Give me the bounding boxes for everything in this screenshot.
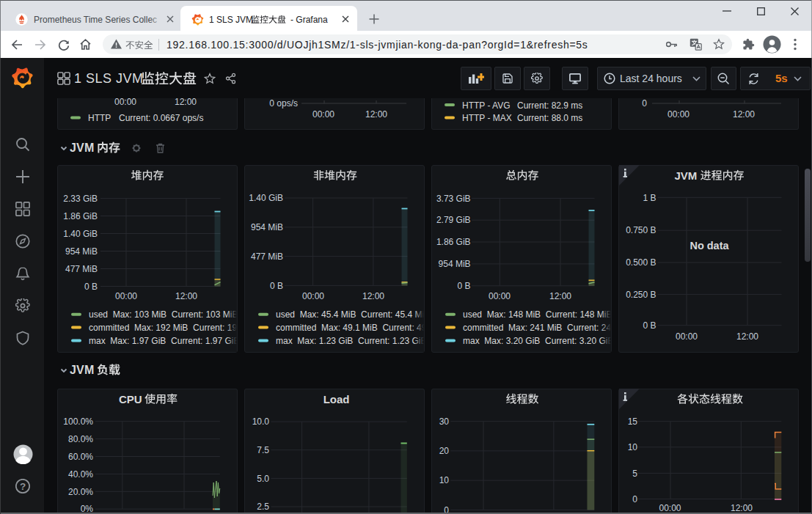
svg-text:used Max: 103 MiB Current: 1: used Max: 103 MiB Current: 103 MiB <box>89 309 237 320</box>
svg-text:00:00: 00:00 <box>114 98 136 107</box>
svg-text:0 B: 0 B <box>84 282 98 292</box>
svg-text:committed Max: 241 MiB Curre: committed Max: 241 MiB Current: 241 MiB <box>463 323 611 333</box>
svg-text:477 MiB: 477 MiB <box>65 264 98 274</box>
svg-text:1.40 GiB: 1.40 GiB <box>63 229 98 239</box>
svg-text:0.500 B: 0.500 B <box>626 257 656 268</box>
svg-text:12:00: 12:00 <box>175 98 197 107</box>
svg-text:3.73 GiB: 3.73 GiB <box>436 194 471 204</box>
svg-text:00:00: 00:00 <box>676 331 698 342</box>
svg-text:20: 20 <box>439 446 450 456</box>
svg-text:Current: 82.9 ms: Current: 82.9 ms <box>517 100 582 111</box>
svg-text:0.250 B: 0.250 B <box>626 290 656 300</box>
svg-text:committed Max: 192 MiB Curre: committed Max: 192 MiB Current: 192 MiB <box>89 323 237 333</box>
svg-text:0: 0 <box>632 494 637 504</box>
svg-text:12:00: 12:00 <box>365 109 387 120</box>
svg-text:5: 5 <box>632 469 637 479</box>
svg-text:954 MiB: 954 MiB <box>439 259 471 269</box>
svg-text:60.0%: 60.0% <box>68 452 93 462</box>
svg-text:used Max: 45.4 MiB Current:: used Max: 45.4 MiB Current: 45.4 MiB <box>276 309 424 320</box>
svg-text:00:00: 00:00 <box>312 109 334 120</box>
svg-text:20.0%: 20.0% <box>68 487 93 497</box>
svg-text:00:00: 00:00 <box>489 291 511 301</box>
svg-text:?: ? <box>20 481 26 492</box>
svg-text:12:00: 12:00 <box>362 291 384 301</box>
svg-text:80.0%: 80.0% <box>68 434 93 444</box>
svg-text:Load: Load <box>323 393 350 405</box>
svg-text:0: 0 <box>642 98 647 109</box>
svg-text:30: 30 <box>439 416 450 427</box>
svg-text:JVM: JVM <box>70 364 95 376</box>
svg-text:12:00: 12:00 <box>549 291 571 301</box>
svg-text:477 MiB: 477 MiB <box>251 252 283 262</box>
svg-text:954 MiB: 954 MiB <box>251 222 283 232</box>
svg-text:0 B: 0 B <box>458 281 471 291</box>
svg-text:HTTP - AVG: HTTP - AVG <box>462 100 511 111</box>
svg-text:1.40 GiB: 1.40 GiB <box>249 193 283 203</box>
svg-text:CPU: CPU <box>119 393 142 405</box>
svg-text:JVM: JVM <box>674 169 697 182</box>
svg-text:5.0: 5.0 <box>257 474 269 484</box>
svg-text:committed Max: 49.1 MiB Curr: committed Max: 49.1 MiB Current: 49.1 Mi… <box>276 323 424 333</box>
svg-text:No data: No data <box>690 240 729 252</box>
svg-text:00:00: 00:00 <box>302 291 324 301</box>
svg-text:Current: 0.0667 ops/s: Current: 0.0667 ops/s <box>119 113 203 123</box>
svg-text:10.0: 10.0 <box>252 416 270 427</box>
svg-text:1 B: 1 B <box>643 193 656 203</box>
svg-text:2.79 GiB: 2.79 GiB <box>436 215 471 225</box>
svg-text:0.750 B: 0.750 B <box>626 225 656 235</box>
svg-text:HTTP: HTTP <box>88 113 111 123</box>
svg-text:12:00: 12:00 <box>733 109 755 120</box>
svg-text:0 ops/s: 0 ops/s <box>269 98 298 109</box>
svg-text:12:00: 12:00 <box>736 331 758 342</box>
svg-text:used Max: 148 MiB Current: 1: used Max: 148 MiB Current: 148 MiB <box>463 309 611 320</box>
svg-text:JVM: JVM <box>70 142 95 154</box>
svg-text:15: 15 <box>628 416 638 427</box>
svg-text:40.0%: 40.0% <box>68 469 93 480</box>
svg-text:max Max: 1.97 GiB Current: 1: max Max: 1.97 GiB Current: 1.97 GiB <box>89 336 237 346</box>
svg-text:10: 10 <box>628 442 638 452</box>
svg-text:1.86 GiB: 1.86 GiB <box>63 211 98 221</box>
svg-text:7.5: 7.5 <box>257 445 269 455</box>
svg-text:954 MiB: 954 MiB <box>65 246 98 257</box>
svg-text:12:00: 12:00 <box>175 291 197 301</box>
svg-text:100.0%: 100.0% <box>63 416 93 427</box>
svg-text:Current: 88.0 ms: Current: 88.0 ms <box>517 113 582 123</box>
svg-text:max Max: 1.23 GiB Current: 1: max Max: 1.23 GiB Current: 1.23 GiB <box>276 336 424 346</box>
svg-text:0 B: 0 B <box>270 281 283 291</box>
svg-text:10: 10 <box>439 475 450 485</box>
svg-text:2.5: 2.5 <box>257 502 269 512</box>
svg-text:0 B: 0 B <box>643 320 656 331</box>
svg-text:HTTP - MAX: HTTP - MAX <box>462 113 512 123</box>
svg-text:max Max: 3.20 GiB Current: 3: max Max: 3.20 GiB Current: 3.20 GiB <box>463 336 611 346</box>
svg-text:2.33 GiB: 2.33 GiB <box>63 194 98 204</box>
svg-text:00:00: 00:00 <box>667 109 690 120</box>
svg-text:1.86 GiB: 1.86 GiB <box>436 237 471 247</box>
svg-text:00:00: 00:00 <box>115 291 137 301</box>
